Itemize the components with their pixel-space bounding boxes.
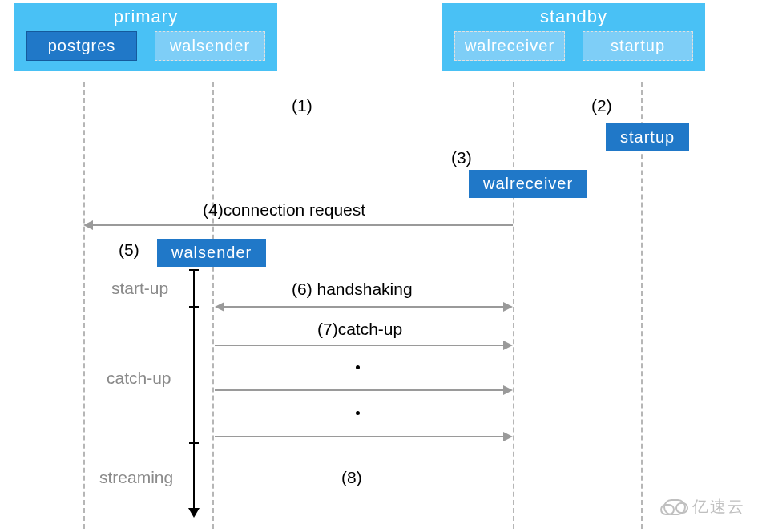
sequence-diagram: primary postgres walsender standby walre… — [0, 0, 758, 532]
phase-startup: start-up — [111, 279, 168, 298]
arrow-connection-request — [93, 224, 513, 226]
step-5: (5) — [119, 240, 139, 260]
step-1: (1) — [292, 96, 312, 115]
primary-host: primary postgres walsender — [14, 3, 277, 71]
arrow-catchup-1-head — [503, 341, 513, 350]
primary-title: primary — [15, 4, 276, 31]
step-3: (3) — [451, 148, 472, 167]
step-6-label: (6) handshaking — [292, 280, 413, 299]
spawn-walsender: walsender — [157, 239, 266, 267]
process-postgres: postgres — [26, 31, 137, 61]
phase-streaming: streaming — [99, 468, 173, 487]
phase-arrow-tick-2 — [189, 442, 199, 444]
ellipsis-dot-1 — [356, 365, 360, 369]
arrow-catchup-3-head — [503, 432, 513, 441]
phase-arrow-tick-1 — [189, 306, 199, 308]
standby-title: standby — [443, 4, 704, 31]
ellipsis-dot-2 — [356, 411, 360, 415]
watermark: 亿速云 — [663, 496, 745, 518]
watermark-text: 亿速云 — [692, 496, 745, 518]
step-8: (8) — [341, 468, 362, 487]
step-7-label: (7)catch-up — [317, 320, 402, 339]
arrow-catchup-1 — [215, 345, 505, 346]
process-walsender-slot: walsender — [155, 31, 265, 61]
lifeline-walsender — [212, 82, 214, 529]
phase-arrow — [193, 269, 195, 510]
lifeline-walreceiver — [513, 82, 514, 529]
spawn-walreceiver: walreceiver — [469, 170, 587, 198]
arrow-catchup-3 — [215, 436, 505, 437]
process-walreceiver-slot: walreceiver — [454, 31, 565, 61]
cloud-icon — [663, 499, 686, 515]
lifeline-postgres — [83, 82, 85, 529]
spawn-startup: startup — [606, 123, 689, 151]
step-4-label: (4)connection request — [203, 200, 365, 220]
arrow-handshaking-head-r — [503, 302, 513, 312]
arrow-connection-request-head — [83, 220, 93, 230]
standby-host: standby walreceiver startup — [442, 3, 705, 71]
step-2: (2) — [591, 96, 612, 115]
arrow-catchup-2 — [215, 389, 505, 391]
process-startup-slot: startup — [583, 31, 693, 61]
arrow-handshaking-head-l — [215, 302, 224, 312]
arrow-handshaking — [224, 306, 505, 308]
phase-arrow-head — [188, 508, 200, 518]
phase-catchup: catch-up — [107, 369, 171, 388]
arrow-catchup-2-head — [503, 385, 513, 395]
